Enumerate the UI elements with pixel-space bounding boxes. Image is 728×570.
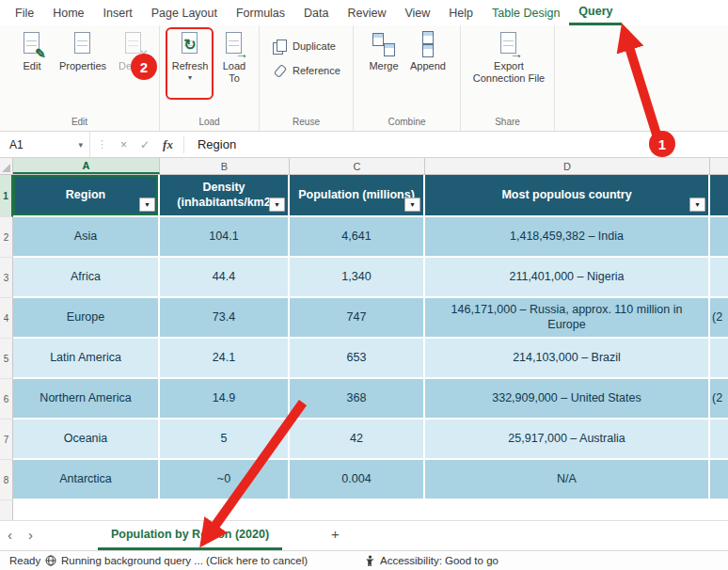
cell-a8[interactable]: Antarctica <box>13 460 160 500</box>
cell-d1[interactable]: Most populous country ▼ <box>425 175 710 217</box>
cell-e8[interactable] <box>710 460 728 500</box>
sheet-nav-prev-icon[interactable]: ‹ <box>8 527 12 543</box>
name-box[interactable]: A1 ▾ <box>0 132 90 157</box>
cell-c3[interactable]: 1,340 <box>290 258 425 298</box>
cell-a5[interactable]: Latin America <box>13 339 160 379</box>
header-most-populous-label: Most populous country <box>501 188 631 203</box>
tab-file[interactable]: File <box>6 0 43 25</box>
cell-c6[interactable]: 368 <box>290 379 425 420</box>
tab-review[interactable]: Review <box>338 0 395 25</box>
cell-b3[interactable]: 44.4 <box>160 258 290 298</box>
add-sheet-icon[interactable]: + <box>331 526 340 542</box>
append-button[interactable]: Append <box>404 25 451 72</box>
filter-density-icon[interactable]: ▼ <box>269 198 285 212</box>
cell-c5[interactable]: 653 <box>290 339 425 379</box>
formula-bar-content[interactable]: Region <box>188 137 236 151</box>
cell-d8[interactable]: N/A <box>425 460 710 500</box>
cell-d2[interactable]: 1,418,459,382 – India <box>425 217 710 258</box>
cell-a7[interactable]: Oceania <box>13 420 160 460</box>
name-box-caret-icon[interactable]: ▾ <box>78 140 83 150</box>
row-header-3[interactable]: 3 <box>0 258 13 298</box>
row-header-1[interactable]: 1 <box>0 175 13 217</box>
cell-b5[interactable]: 24.1 <box>160 339 290 379</box>
refresh-dropdown-caret-icon[interactable]: ▾ <box>188 74 192 82</box>
row-header-7[interactable]: 7 <box>0 420 13 460</box>
column-header-a[interactable]: A <box>13 158 160 174</box>
cell-a1[interactable]: Region ▼ <box>13 175 160 217</box>
cell-d3[interactable]: 211,401,000 – Nigeria <box>425 258 710 298</box>
filter-most-populous-icon[interactable]: ▼ <box>689 198 705 212</box>
enter-check-icon[interactable]: ✓ <box>134 138 156 151</box>
tab-data[interactable]: Data <box>294 0 338 25</box>
tab-formulas[interactable]: Formulas <box>227 0 294 25</box>
cell-c4[interactable]: 747 <box>290 298 425 339</box>
properties-button[interactable]: Properties <box>53 25 113 72</box>
tab-home[interactable]: Home <box>43 0 93 25</box>
row-header-2[interactable]: 2 <box>0 217 13 258</box>
reference-button[interactable]: Reference <box>273 61 340 80</box>
cell-a3[interactable]: Africa <box>13 258 160 298</box>
tab-view[interactable]: View <box>395 0 439 25</box>
load-to-label-line2: To <box>229 72 240 85</box>
cell-e1[interactable] <box>710 175 728 217</box>
cell-b2[interactable]: 104.1 <box>160 217 290 258</box>
row-header-5[interactable]: 5 <box>0 339 13 379</box>
filter-population-icon[interactable]: ▼ <box>404 198 420 212</box>
cell-d7[interactable]: 25,917,000 – Australia <box>425 420 710 460</box>
select-all-corner[interactable] <box>0 158 13 174</box>
cell-d5[interactable]: 214,103,000 – Brazil <box>425 339 710 379</box>
cell-b6[interactable]: 14.9 <box>160 379 290 420</box>
cell-e4[interactable]: (2 <box>710 298 728 339</box>
cell-d4[interactable]: 146,171,000 – Russia, approx. 110 millio… <box>425 298 710 339</box>
formula-bar-grip-icon[interactable]: ⋮ <box>90 138 114 150</box>
edit-query-button[interactable]: ✎ Edit <box>11 25 53 72</box>
cell-a4[interactable]: Europe <box>13 298 160 339</box>
cancel-icon[interactable]: × <box>114 138 134 151</box>
duplicate-button[interactable]: Duplicate <box>273 37 336 55</box>
tab-query[interactable]: Query <box>569 0 622 25</box>
cell-e2[interactable] <box>710 217 728 258</box>
load-to-button[interactable]: → Load To <box>213 25 256 85</box>
refresh-icon: ↻ <box>178 31 202 57</box>
cell-e7[interactable] <box>710 420 728 460</box>
row-header-6[interactable]: 6 <box>0 379 13 420</box>
background-query-status[interactable]: Running background query ... (Click here… <box>45 551 308 570</box>
insert-function-icon[interactable]: fx <box>156 137 180 152</box>
filter-region-icon[interactable]: ▼ <box>139 198 155 212</box>
column-header-d[interactable]: D <box>425 158 710 174</box>
column-header-b[interactable]: B <box>160 158 290 174</box>
background-query-status-label: Running background query ... (Click here… <box>61 555 308 566</box>
cell-c1[interactable]: Population (millions) ▼ <box>290 175 425 217</box>
delete-button[interactable]: × Delete <box>113 25 154 72</box>
cell-c2[interactable]: 4,641 <box>290 217 425 258</box>
row-header-8[interactable]: 8 <box>0 460 13 500</box>
cell-d6[interactable]: 332,909,000 – United States <box>425 379 710 420</box>
cell-b4[interactable]: 73.4 <box>160 298 290 339</box>
export-connection-file-button[interactable]: → Export Connection File <box>472 25 546 85</box>
cell-a2[interactable]: Asia <box>13 217 160 258</box>
accessibility-status[interactable]: Accessibility: Good to go <box>365 551 499 570</box>
cell-e3[interactable] <box>710 258 728 298</box>
cell-a6[interactable]: Northern America <box>13 379 160 420</box>
column-header-e[interactable] <box>710 158 728 174</box>
cell-b1[interactable]: Density (inhabitants/km2 ▼ <box>160 175 290 217</box>
cell-c8[interactable]: 0.004 <box>290 460 425 500</box>
sheet-nav-next-icon[interactable]: › <box>28 527 33 543</box>
tab-page-layout[interactable]: Page Layout <box>142 0 227 25</box>
delete-button-label: Delete <box>119 60 149 72</box>
merge-button[interactable]: Merge <box>363 25 404 72</box>
refresh-button[interactable]: ↻ Refresh ▾ <box>167 25 213 82</box>
column-header-c[interactable]: C <box>290 158 425 174</box>
cell-e5[interactable] <box>710 339 728 379</box>
cell-b7[interactable]: 5 <box>160 420 290 460</box>
cell-c7[interactable]: 42 <box>290 420 425 460</box>
cell-b8[interactable]: ~0 <box>160 460 290 500</box>
row-header-4[interactable]: 4 <box>0 298 13 339</box>
tab-help[interactable]: Help <box>439 0 483 25</box>
ribbon: ✎ Edit Properties × Delete Edit ↻ Refres… <box>0 25 728 132</box>
tab-insert[interactable]: Insert <box>94 0 142 25</box>
sheet-tab-population-by-region[interactable]: Population by Region (2020) <box>98 521 282 550</box>
tab-table-design[interactable]: Table Design <box>483 0 569 25</box>
cell-e6[interactable]: (2 <box>710 379 728 420</box>
duplicate-button-label: Duplicate <box>293 40 336 52</box>
